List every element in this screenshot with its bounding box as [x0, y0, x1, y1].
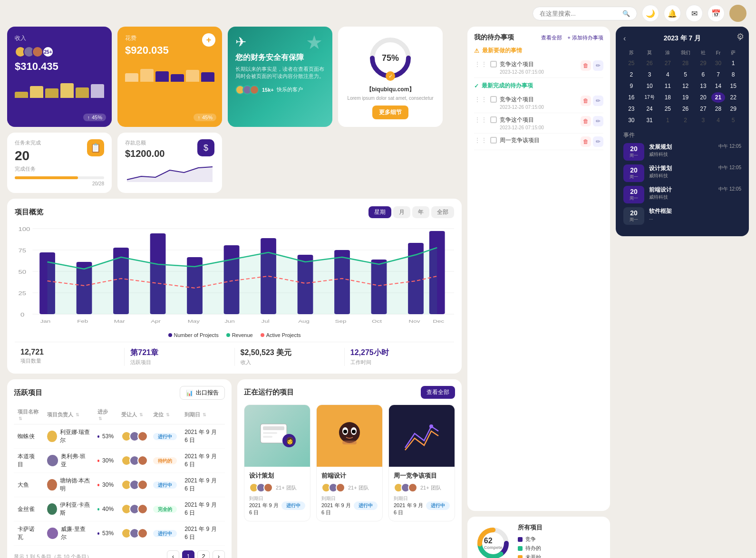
mail-button[interactable]: ✉ [686, 5, 703, 22]
page-2-button[interactable]: 2 [197, 550, 210, 558]
cal-day[interactable]: 27 [696, 104, 710, 114]
checkbox-3[interactable] [490, 116, 497, 123]
tab-year[interactable]: 年 [412, 206, 429, 218]
sort-progress-icon[interactable]: ⇅ [98, 416, 102, 421]
col-su: 苏 [624, 48, 639, 57]
edit-todo-1[interactable]: ✏ [593, 60, 603, 71]
cal-day[interactable]: 30 [711, 58, 726, 68]
cal-day[interactable]: 25 [661, 104, 675, 114]
drag-handle-4[interactable]: ⋮⋮ [474, 136, 487, 144]
cal-prev-button[interactable]: ‹ [623, 34, 626, 43]
delete-todo-3[interactable]: 🗑 [581, 116, 591, 126]
user-avatar[interactable] [729, 5, 746, 22]
cal-day[interactable]: 30 [624, 115, 639, 125]
delete-todo-2[interactable]: 🗑 [581, 96, 591, 106]
cal-day[interactable]: 25 [624, 58, 639, 68]
cal-day[interactable]: 24 [640, 104, 660, 114]
chart-tabs[interactable]: 星期 月 年 全部 [368, 206, 454, 218]
cal-day[interactable]: 29 [726, 104, 740, 114]
cal-day[interactable]: 16 [624, 92, 639, 103]
project-img-3 [389, 405, 455, 467]
tab-week[interactable]: 星期 [368, 206, 391, 218]
cal-day[interactable]: 12 [676, 81, 695, 91]
edit-todo-3[interactable]: ✏ [593, 116, 603, 126]
drag-handle-1[interactable]: ⋮⋮ [474, 60, 487, 68]
tab-all[interactable]: 全部 [431, 206, 454, 218]
cal-day[interactable]: 14 [711, 81, 726, 91]
cal-day[interactable]: 31 [640, 115, 660, 125]
edit-todo-4[interactable]: ✏ [593, 136, 603, 147]
edit-todo-2[interactable]: ✏ [593, 96, 603, 106]
tab-month[interactable]: 月 [393, 206, 410, 218]
checkbox-1[interactable] [490, 61, 497, 67]
delete-todo-4[interactable]: 🗑 [581, 136, 591, 147]
cal-day[interactable]: 9 [624, 81, 639, 91]
cal-day[interactable]: 3 [640, 69, 660, 80]
search-input[interactable] [540, 10, 619, 17]
view-all-button[interactable]: 查看全部 [421, 386, 455, 399]
search-box[interactable]: 🔍 [533, 7, 637, 20]
cal-today[interactable]: 21 [711, 92, 726, 103]
checkbox-2[interactable] [490, 96, 497, 103]
cal-day[interactable]: 3 [696, 115, 710, 125]
sort-owner-icon[interactable]: ⇅ [76, 413, 79, 417]
cal-next-button[interactable]: › [739, 34, 741, 43]
sort-date-icon[interactable]: ⇅ [203, 413, 206, 417]
cal-day[interactable]: 11 [661, 81, 675, 91]
cal-week-6: 303112345 [624, 115, 740, 125]
add-todo-link[interactable]: + 添加待办事项 [568, 35, 603, 40]
page-1-button[interactable]: 1 [182, 550, 194, 558]
cal-day[interactable]: 13 [696, 81, 710, 91]
add-expense-button[interactable]: + [202, 33, 215, 47]
next-page-button[interactable]: › [213, 550, 225, 558]
delete-todo-1[interactable]: 🗑 [581, 60, 591, 71]
cal-day[interactable]: 28 [676, 58, 695, 68]
cal-day[interactable]: 1 [726, 58, 740, 68]
cal-day[interactable]: 8 [726, 69, 740, 80]
drag-handle-2[interactable]: ⋮⋮ [474, 96, 487, 103]
cal-day[interactable]: 28 [711, 104, 726, 114]
drag-handle-3[interactable]: ⋮⋮ [474, 116, 487, 124]
cal-day[interactable]: 26 [640, 58, 660, 68]
pagination-buttons[interactable]: ‹ 1 2 › [167, 550, 225, 558]
cal-day[interactable]: 4 [711, 115, 726, 125]
progress-cell: 30% [97, 481, 114, 488]
cal-day[interactable]: 4 [661, 69, 675, 80]
cal-day[interactable]: 2 [676, 115, 695, 125]
cal-day[interactable]: 26 [676, 104, 695, 114]
view-all-link[interactable]: 查看全部 [541, 35, 562, 40]
progress-cell: 53% [97, 433, 114, 440]
cal-day[interactable]: 19 [676, 92, 695, 103]
cal-day[interactable]: 10 [640, 81, 660, 91]
cal-day[interactable]: 23 [624, 104, 639, 114]
sort-position-icon[interactable]: ⇅ [166, 413, 170, 417]
cal-day[interactable]: 5 [676, 69, 695, 80]
cal-day[interactable]: 17号 [640, 92, 660, 103]
cal-day[interactable]: 2 [624, 69, 639, 80]
cal-day[interactable]: 22 [726, 92, 740, 103]
all-projects-title: 所有项目 [518, 523, 543, 532]
dark-mode-button[interactable]: 🌙 [642, 5, 659, 22]
notification-button[interactable]: 🔔 [664, 5, 681, 22]
todo-content-1: 竞争这个项目 2023-12-26 07:15:00 [500, 60, 578, 75]
cal-day[interactable]: 6 [696, 69, 710, 80]
cal-day[interactable]: 7 [711, 69, 726, 80]
cal-day[interactable]: 29 [696, 58, 710, 68]
cal-day[interactable]: 27 [661, 58, 675, 68]
detail-button[interactable]: 更多细节 [372, 106, 408, 119]
export-button[interactable]: 📊 出口报告 [180, 386, 225, 400]
sort-assignee-icon[interactable]: ⇅ [139, 413, 143, 417]
svg-text:May: May [188, 319, 200, 323]
cal-day[interactable]: 18 [661, 92, 675, 103]
checkbox-4[interactable] [490, 137, 497, 144]
cal-day[interactable]: 20 [696, 92, 710, 103]
cal-day[interactable]: 15 [726, 81, 740, 91]
cal-day[interactable]: 5 [726, 115, 740, 125]
cal-day[interactable]: 1 [661, 115, 675, 125]
owner-name: 塘纳德·本杰明 [60, 477, 90, 493]
calendar-button[interactable]: 📅 [708, 5, 725, 22]
prev-page-button[interactable]: ‹ [167, 550, 179, 558]
project-due-info-3: 到期日 2021 年 9 月 6 日 [394, 495, 426, 516]
sort-name-icon[interactable]: ⇅ [19, 416, 22, 421]
owner-name: 奥利弗·班亚 [61, 452, 90, 469]
